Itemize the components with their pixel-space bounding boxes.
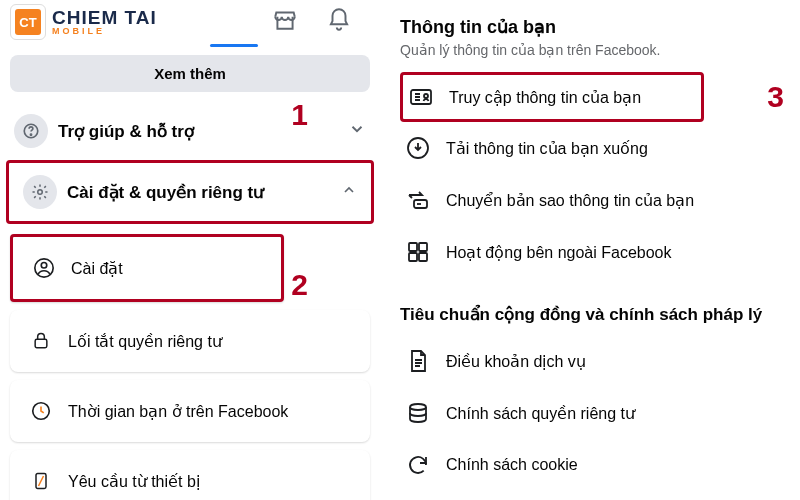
privacy-policy-row[interactable]: Chính sách quyền riêng tư — [400, 387, 780, 439]
access-your-info-label: Truy cập thông tin của bạn — [449, 88, 641, 107]
community-standards-row[interactable]: Tiêu chuẩn cộng đồng — [400, 491, 780, 500]
settings-label: Cài đặt — [71, 259, 123, 278]
transfer-copy-label: Chuyển bản sao thông tin của bạn — [446, 191, 694, 210]
logo-badge-text: CT — [15, 9, 41, 35]
settings-privacy-label: Cài đặt & quyền riêng tư — [67, 182, 264, 203]
privacy-shortcut-label: Lối tắt quyền riêng tư — [68, 332, 222, 351]
your-info-title: Thông tin của bạn — [400, 16, 780, 38]
help-support-label: Trợ giúp & hỗ trợ — [58, 121, 194, 142]
off-fb-activity-row[interactable]: Hoạt động bên ngoài Facebook — [400, 226, 780, 278]
time-on-fb-card[interactable]: Thời gian bạn ở trên Facebook — [10, 380, 370, 442]
your-info-subtitle: Quản lý thông tin của bạn trên Facebook. — [400, 42, 780, 58]
chevron-down-icon — [348, 120, 366, 143]
device-requests-card[interactable]: Yêu cầu từ thiết bị — [10, 450, 370, 500]
tos-row[interactable]: Điều khoản dịch vụ — [400, 335, 780, 387]
svg-point-9 — [424, 94, 428, 98]
left-panel: CT CHIEM TAI MOBILE Xem thêm Trợ giúp & … — [0, 0, 380, 500]
svg-point-2 — [38, 190, 43, 195]
active-tab-indicator — [210, 44, 258, 47]
svg-rect-15 — [419, 253, 427, 261]
device-icon — [24, 464, 58, 498]
cookie-policy-label: Chính sách cookie — [446, 456, 578, 474]
help-support-row[interactable]: Trợ giúp & hỗ trợ 1 — [0, 102, 380, 160]
logo-badge: CT — [10, 4, 46, 40]
svg-point-16 — [410, 404, 426, 410]
right-panel: Thông tin của bạn Quản lý thông tin của … — [380, 0, 800, 500]
privacy-shortcut-row[interactable]: Lối tắt quyền riêng tư — [10, 310, 370, 372]
logo-line1: CHIEM TAI — [52, 8, 157, 27]
svg-rect-5 — [35, 339, 47, 347]
stack-icon — [404, 399, 432, 427]
step-marker-2: 2 — [291, 268, 308, 302]
logo-line2: MOBILE — [52, 27, 157, 36]
download-info-label: Tải thông tin của bạn xuống — [446, 139, 648, 158]
clock-icon — [24, 394, 58, 428]
svg-point-4 — [41, 263, 47, 269]
step-marker-1: 1 — [291, 98, 308, 132]
chevron-up-icon — [341, 182, 357, 203]
time-on-fb-label: Thời gian bạn ở trên Facebook — [68, 402, 288, 421]
person-circle-icon — [27, 251, 61, 285]
apps-icon — [404, 238, 432, 266]
see-more-button[interactable]: Xem thêm — [10, 55, 370, 92]
document-icon — [404, 347, 432, 375]
device-requests-label: Yêu cầu từ thiết bị — [68, 472, 200, 491]
time-on-fb-row[interactable]: Thời gian bạn ở trên Facebook — [10, 380, 370, 442]
logo-text: CHIEM TAI MOBILE — [52, 8, 157, 36]
refresh-icon — [404, 451, 432, 479]
settings-privacy-row[interactable]: Cài đặt & quyền riêng tư — [6, 160, 374, 224]
top-icons — [272, 7, 370, 37]
marketplace-icon[interactable] — [272, 7, 298, 37]
privacy-policy-label: Chính sách quyền riêng tư — [446, 404, 635, 423]
id-card-icon — [407, 83, 435, 111]
privacy-shortcut-card[interactable]: Lối tắt quyền riêng tư — [10, 310, 370, 372]
device-requests-row[interactable]: Yêu cầu từ thiết bị — [10, 450, 370, 500]
download-icon — [404, 134, 432, 162]
transfer-copy-row[interactable]: Chuyển bản sao thông tin của bạn — [400, 174, 780, 226]
svg-rect-14 — [409, 253, 417, 261]
settings-card[interactable]: Cài đặt — [10, 234, 284, 302]
gear-icon — [23, 175, 57, 209]
download-info-row[interactable]: Tải thông tin của bạn xuống — [400, 122, 780, 174]
step-marker-3: 3 — [767, 80, 784, 114]
question-icon — [14, 114, 48, 148]
notification-icon[interactable] — [326, 7, 352, 37]
transfer-icon — [404, 186, 432, 214]
off-fb-activity-label: Hoạt động bên ngoài Facebook — [446, 243, 671, 262]
top-bar: CT CHIEM TAI MOBILE — [0, 0, 380, 44]
lock-icon — [24, 324, 58, 358]
cookie-policy-row[interactable]: Chính sách cookie — [400, 439, 780, 491]
tos-label: Điều khoản dịch vụ — [446, 352, 586, 371]
brand-logo: CT CHIEM TAI MOBILE — [10, 4, 157, 40]
svg-rect-13 — [419, 243, 427, 251]
access-your-info-row[interactable]: Truy cập thông tin của bạn — [400, 72, 704, 122]
svg-point-1 — [30, 134, 31, 135]
svg-rect-12 — [409, 243, 417, 251]
community-legal-title: Tiêu chuẩn cộng đồng và chính sách pháp … — [400, 304, 780, 325]
settings-row[interactable]: Cài đặt — [13, 237, 281, 299]
